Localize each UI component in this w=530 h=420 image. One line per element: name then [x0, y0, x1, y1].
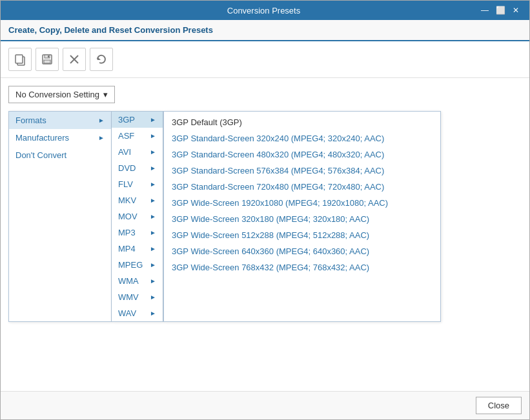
format-item-avi[interactable]: AVI ►: [112, 144, 163, 160]
menu-item-manufacturers[interactable]: Manufacturers ►: [9, 129, 111, 146]
format-flv-label: FLV: [118, 179, 133, 189]
wmv-arrow-icon: ►: [150, 294, 156, 301]
format-wma-label: WMA: [118, 276, 139, 286]
svg-rect-4: [44, 60, 50, 63]
wav-arrow-icon: ►: [150, 310, 156, 317]
reset-button[interactable]: [90, 48, 113, 71]
svg-marker-8: [97, 57, 101, 60]
format-mov-label: MOV: [118, 212, 138, 221]
preset-3gp-default-label: 3GP Default (3GP): [172, 117, 242, 127]
reset-icon: [95, 53, 108, 66]
format-3gp-label: 3GP: [118, 115, 135, 125]
preset-3gp-720x480-label: 3GP Standard-Screen 720x480 (MPEG4; 720x…: [172, 182, 384, 192]
presets-list: 3GP Default (3GP) 3GP Standard-Screen 32…: [163, 111, 441, 322]
mkv-arrow-icon: ►: [150, 197, 156, 204]
title-bar-controls: — ⬜ ✕: [478, 3, 523, 17]
maximize-button[interactable]: ⬜: [493, 3, 507, 17]
preset-3gp-768x432-label: 3GP Wide-Screen 768x432 (MPEG4; 768x432;…: [172, 263, 369, 272]
format-item-mkv[interactable]: MKV ►: [112, 192, 163, 208]
format-item-mp4[interactable]: MP4 ►: [112, 241, 163, 257]
format-mkv-label: MKV: [118, 195, 136, 205]
mp3-arrow-icon: ►: [150, 229, 156, 236]
preset-item-3gp-640x360[interactable]: 3GP Wide-Screen 640x360 (MPEG4; 640x360;…: [164, 243, 440, 259]
subtitle-text: Create, Copy, Delete and Reset Conversio…: [8, 25, 213, 35]
mov-arrow-icon: ►: [150, 213, 156, 220]
manufacturers-arrow-icon: ►: [98, 134, 105, 141]
preset-3gp-480x320-label: 3GP Standard-Screen 480x320 (MPEG4; 480x…: [172, 150, 384, 159]
menu-item-dont-convert-label: Don't Convert: [15, 150, 66, 160]
preset-item-3gp-512x288[interactable]: 3GP Wide-Screen 512x288 (MPEG4; 512x288;…: [164, 227, 440, 243]
format-item-3gp[interactable]: 3GP ►: [112, 112, 163, 128]
footer: Close: [1, 391, 529, 419]
format-wav-label: WAV: [118, 308, 136, 318]
format-mpeg-label: MPEG: [118, 260, 143, 270]
preset-3gp-1920x1080-label: 3GP Wide-Screen 1920x1080 (MPEG4; 1920x1…: [172, 198, 388, 208]
format-item-wmv[interactable]: WMV ►: [112, 289, 163, 305]
format-mp3-label: MP3: [118, 228, 136, 237]
preset-3gp-320x180-label: 3GP Wide-Screen 320x180 (MPEG4; 320x180;…: [172, 214, 369, 224]
close-button[interactable]: Close: [476, 397, 522, 414]
preset-item-3gp-default[interactable]: 3GP Default (3GP): [164, 114, 440, 130]
menu-item-dont-convert[interactable]: Don't Convert: [9, 146, 111, 164]
preset-dropdown-label: No Conversion Setting: [15, 90, 99, 99]
format-item-mp3[interactable]: MP3 ►: [112, 225, 163, 241]
save-icon: [41, 53, 54, 66]
format-wmv-label: WMV: [118, 292, 139, 302]
preset-item-3gp-576x384[interactable]: 3GP Standard-Screen 576x384 (MPEG4; 576x…: [164, 163, 440, 179]
formats-submenu: 3GP ► ASF ► AVI ► DVD ► FLV ►: [112, 111, 163, 322]
delete-icon: [68, 53, 81, 66]
preset-dropdown[interactable]: No Conversion Setting ▾: [8, 86, 115, 103]
format-avi-label: AVI: [118, 147, 131, 157]
format-item-wma[interactable]: WMA ►: [112, 273, 163, 289]
minimize-button[interactable]: —: [478, 3, 492, 17]
preset-3gp-576x384-label: 3GP Standard-Screen 576x384 (MPEG4; 576x…: [172, 166, 384, 175]
format-mp4-label: MP4: [118, 244, 136, 254]
asf-arrow-icon: ►: [150, 132, 156, 139]
preset-item-3gp-320x240[interactable]: 3GP Standard-Screen 320x240 (MPEG4; 320x…: [164, 130, 440, 146]
format-dvd-label: DVD: [118, 163, 136, 173]
menu-item-manufacturers-label: Manufacturers: [15, 133, 69, 143]
3gp-arrow-icon: ►: [150, 116, 156, 123]
avi-arrow-icon: ►: [150, 148, 156, 155]
window-title: Conversion Presets: [50, 6, 478, 15]
preset-item-3gp-320x180[interactable]: 3GP Wide-Screen 320x180 (MPEG4; 320x180;…: [164, 211, 440, 227]
svg-rect-1: [15, 55, 23, 63]
title-bar: Conversion Presets — ⬜ ✕: [1, 1, 529, 20]
toolbar: [1, 41, 529, 78]
mpeg-arrow-icon: ►: [150, 261, 156, 268]
preset-item-3gp-1920x1080[interactable]: 3GP Wide-Screen 1920x1080 (MPEG4; 1920x1…: [164, 195, 440, 211]
main-content: No Conversion Setting ▾ Formats ► Manufa…: [1, 78, 529, 391]
format-item-wav[interactable]: WAV ►: [112, 305, 163, 321]
copy-button[interactable]: [8, 48, 32, 71]
format-item-dvd[interactable]: DVD ►: [112, 160, 163, 176]
close-window-button[interactable]: ✕: [509, 3, 523, 17]
main-window: Conversion Presets — ⬜ ✕ Create, Copy, D…: [0, 0, 530, 420]
menu-left: Formats ► Manufacturers ► Don't Convert: [8, 111, 112, 322]
formats-arrow-icon: ►: [98, 117, 105, 124]
menu-item-formats-label: Formats: [15, 115, 46, 125]
delete-button[interactable]: [63, 48, 86, 71]
dvd-arrow-icon: ►: [150, 165, 156, 172]
subtitle-bar: Create, Copy, Delete and Reset Conversio…: [1, 20, 529, 41]
format-asf-label: ASF: [118, 131, 134, 141]
format-item-mov[interactable]: MOV ►: [112, 208, 163, 225]
copy-icon: [14, 53, 26, 66]
wma-arrow-icon: ►: [150, 277, 156, 285]
preset-item-3gp-768x432[interactable]: 3GP Wide-Screen 768x432 (MPEG4; 768x432;…: [164, 259, 440, 275]
preset-3gp-320x240-label: 3GP Standard-Screen 320x240 (MPEG4; 320x…: [172, 134, 384, 143]
format-item-flv[interactable]: FLV ►: [112, 176, 163, 192]
menu-container: Formats ► Manufacturers ► Don't Convert …: [8, 111, 522, 322]
preset-item-3gp-720x480[interactable]: 3GP Standard-Screen 720x480 (MPEG4; 720x…: [164, 179, 440, 195]
format-item-mpeg[interactable]: MPEG ►: [112, 257, 163, 273]
preset-item-3gp-480x320[interactable]: 3GP Standard-Screen 480x320 (MPEG4; 480x…: [164, 146, 440, 163]
preset-3gp-512x288-label: 3GP Wide-Screen 512x288 (MPEG4; 512x288;…: [172, 230, 369, 240]
dropdown-arrow-icon: ▾: [103, 90, 108, 99]
flv-arrow-icon: ►: [150, 181, 156, 188]
save-button[interactable]: [36, 48, 59, 71]
preset-3gp-640x360-label: 3GP Wide-Screen 640x360 (MPEG4; 640x360;…: [172, 246, 369, 256]
mp4-arrow-icon: ►: [150, 245, 156, 252]
svg-rect-5: [48, 55, 49, 57]
format-item-asf[interactable]: ASF ►: [112, 128, 163, 144]
menu-item-formats[interactable]: Formats ►: [9, 112, 111, 129]
